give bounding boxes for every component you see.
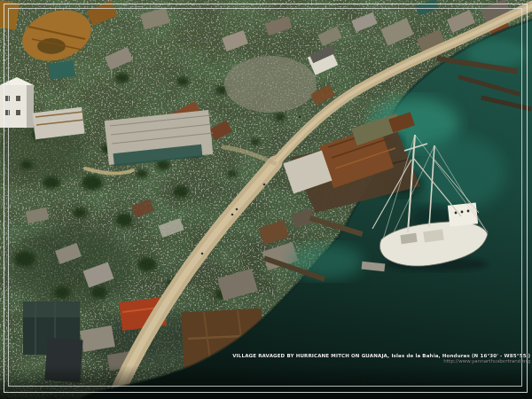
- bottom-shadow: [0, 365, 532, 399]
- photo-caption: VILLAGE RAVAGED BY HURRICANE MITCH ON GU…: [232, 352, 530, 364]
- wallpaper-photo: VILLAGE RAVAGED BY HURRICANE MITCH ON GU…: [0, 0, 532, 399]
- caption-credit-url: http://www.yannarthusbertrand.org: [232, 357, 530, 363]
- aerial-photo-scene: [0, 0, 532, 399]
